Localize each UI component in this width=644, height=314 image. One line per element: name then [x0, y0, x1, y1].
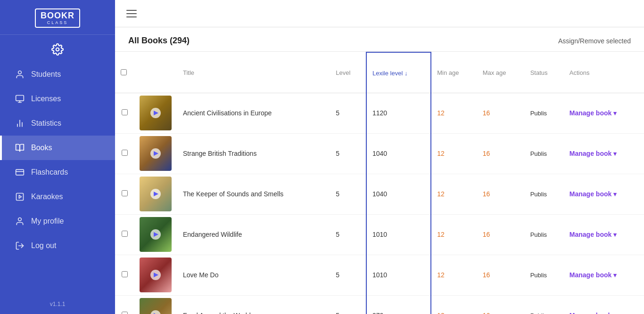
row-lexile-2: 1040 — [366, 133, 431, 174]
sidebar-item-label-licenses: Licenses — [31, 95, 61, 103]
logo-text: BOOKR — [41, 11, 74, 20]
manage-book-button-6[interactable]: Manage book — [570, 312, 617, 314]
select-all-checkbox[interactable] — [121, 69, 127, 75]
books-tbody: Ancient Civilisations in Europe 5 1120 1… — [115, 93, 644, 314]
manage-book-button-4[interactable]: Manage book — [570, 231, 617, 238]
row-actions-3: Manage book — [564, 174, 644, 214]
th-actions: Actions — [564, 52, 644, 93]
sidebar-version: v1.1.1 — [0, 295, 115, 314]
row-status-3: Publis — [525, 174, 564, 214]
play-icon-6 — [150, 310, 161, 314]
row-title-6: Food Around the World — [177, 295, 330, 314]
manage-book-button-5[interactable]: Manage book — [570, 271, 617, 279]
row-checkbox-cell — [115, 174, 134, 214]
table-row: Ancient Civilisations in Europe 5 1120 1… — [115, 93, 644, 133]
row-checkbox-4[interactable] — [122, 231, 128, 237]
row-title-2: Strange British Traditions — [177, 133, 330, 174]
row-actions-6: Manage book — [564, 295, 644, 314]
th-thumb — [134, 52, 177, 93]
logo-box: BOOKR CLASS — [35, 8, 80, 28]
svg-rect-8 — [16, 169, 24, 175]
sidebar-item-statistics[interactable]: Statistics — [0, 111, 115, 136]
row-minage-3: 12 — [431, 174, 477, 214]
hamburger-line-2 — [126, 13, 137, 14]
book-thumbnail-4 — [140, 217, 172, 252]
row-thumb-cell — [134, 214, 177, 255]
row-checkbox-cell — [115, 255, 134, 295]
manage-book-button-3[interactable]: Manage book — [570, 190, 617, 198]
topbar — [115, 0, 644, 27]
svg-point-1 — [18, 71, 22, 74]
content-header: All Books (294) Assign/Remove selected — [115, 27, 644, 52]
th-level: Level — [330, 52, 366, 93]
th-title: Title — [177, 52, 330, 93]
th-lexile[interactable]: Lexile level ↓ — [366, 52, 431, 93]
students-icon — [15, 70, 25, 79]
row-thumb-cell — [134, 295, 177, 314]
sidebar-item-label-students: Students — [31, 70, 61, 79]
th-checkbox — [115, 52, 134, 93]
assign-remove-button[interactable]: Assign/Remove selected — [558, 37, 631, 45]
row-checkbox-1[interactable] — [122, 109, 128, 115]
play-icon-5 — [150, 270, 161, 280]
logout-icon — [15, 241, 25, 250]
play-icon-1 — [150, 108, 161, 118]
svg-point-12 — [18, 218, 22, 221]
row-checkbox-2[interactable] — [122, 150, 128, 156]
row-checkbox-cell — [115, 214, 134, 255]
row-status-2: Publis — [525, 133, 564, 174]
row-thumb-cell — [134, 174, 177, 214]
sidebar-item-label-flashcards: Flashcards — [31, 168, 68, 177]
row-level-1: 5 — [330, 93, 366, 133]
sidebar-logo: BOOKR CLASS — [0, 0, 115, 35]
row-level-4: 5 — [330, 214, 366, 255]
sidebar-item-karaokes[interactable]: Karaokes — [0, 185, 115, 209]
row-lexile-6: 970 — [366, 295, 431, 314]
hamburger-line-1 — [126, 10, 137, 11]
row-status-6: Publis — [525, 295, 564, 314]
th-minage: Min age — [431, 52, 477, 93]
sidebar-item-myprofile[interactable]: My profile — [0, 209, 115, 233]
table-row: Food Around the World 5 970 12 16 Publis… — [115, 295, 644, 314]
row-actions-5: Manage book — [564, 255, 644, 295]
row-checkbox-6[interactable] — [122, 312, 128, 314]
statistics-icon — [15, 119, 25, 128]
manage-book-button-1[interactable]: Manage book — [570, 109, 617, 117]
manage-book-button-2[interactable]: Manage book — [570, 150, 617, 157]
content-area: All Books (294) Assign/Remove selected T… — [115, 27, 644, 314]
sidebar-item-flashcards[interactable]: Flashcards — [0, 160, 115, 185]
row-status-1: Publis — [525, 93, 564, 133]
sidebar-item-books[interactable]: Books — [0, 136, 115, 160]
sidebar-item-label-statistics: Statistics — [31, 119, 61, 128]
row-minage-6: 12 — [431, 295, 477, 314]
hamburger-menu[interactable] — [126, 10, 137, 17]
row-checkbox-5[interactable] — [122, 271, 128, 277]
sidebar-item-licenses[interactable]: Licenses — [0, 87, 115, 111]
licenses-icon — [15, 94, 25, 104]
svg-rect-10 — [17, 193, 24, 201]
logo-sub: CLASS — [47, 20, 68, 25]
main-content: All Books (294) Assign/Remove selected T… — [115, 0, 644, 314]
row-thumb-cell — [134, 133, 177, 174]
row-actions-2: Manage book — [564, 133, 644, 174]
row-thumb-cell — [134, 93, 177, 133]
sidebar-item-label-myprofile: My profile — [31, 217, 64, 225]
row-title-4: Endangered Wildlife — [177, 214, 330, 255]
row-checkbox-3[interactable] — [122, 190, 128, 196]
table-row: The Keeper of Sounds and Smells 5 1040 1… — [115, 174, 644, 214]
books-table: Title Level Lexile level ↓ Min age Max a… — [115, 52, 644, 314]
play-icon-2 — [150, 148, 161, 159]
row-level-2: 5 — [330, 133, 366, 174]
row-status-4: Publis — [525, 214, 564, 255]
row-lexile-1: 1120 — [366, 93, 431, 133]
table-row: Love Me Do 5 1010 12 16 Publis Manage bo… — [115, 255, 644, 295]
sidebar-settings[interactable] — [0, 35, 115, 60]
sidebar-item-logout[interactable]: Log out — [0, 233, 115, 258]
sidebar-item-students[interactable]: Students — [0, 62, 115, 87]
row-maxage-2: 16 — [477, 133, 525, 174]
row-maxage-4: 16 — [477, 214, 525, 255]
row-level-3: 5 — [330, 174, 366, 214]
row-lexile-5: 1010 — [366, 255, 431, 295]
th-maxage: Max age — [477, 52, 525, 93]
karaokes-icon — [15, 192, 25, 201]
